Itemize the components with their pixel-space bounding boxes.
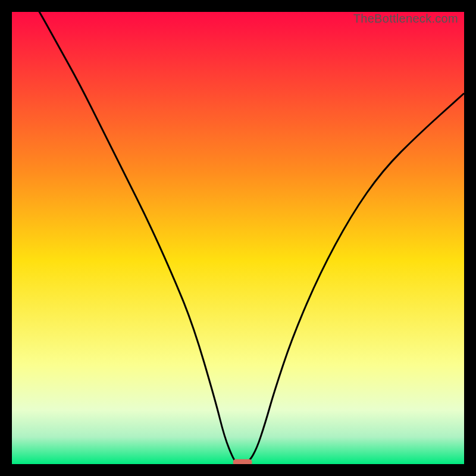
gradient-background: [12, 12, 464, 464]
chart-svg: [12, 12, 464, 464]
plot-area: TheBottleneck.com: [12, 12, 464, 464]
chart-frame: TheBottleneck.com: [0, 0, 476, 476]
watermark-text: TheBottleneck.com: [353, 12, 458, 26]
min-marker: [233, 459, 252, 464]
